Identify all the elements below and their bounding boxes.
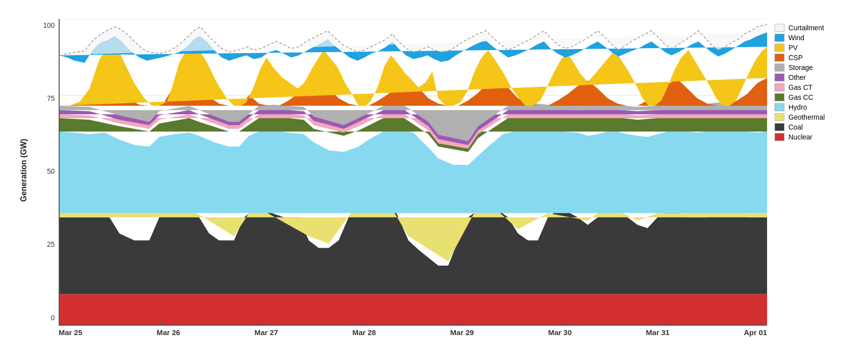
gasct-label: Gas CT [788, 83, 812, 91]
curtailment-label: Curtailment [788, 24, 824, 32]
legend-item-csp: CSP [775, 54, 852, 62]
legend-item-pv: PV [775, 44, 852, 52]
x-tick-mar25: Mar 25 [59, 328, 83, 337]
chart-area: Generation (GW) 100 75 50 25 0 [16, 19, 767, 337]
x-tick-mar26: Mar 26 [157, 328, 180, 337]
coal-swatch [775, 123, 784, 131]
wind-swatch [775, 34, 784, 42]
csp-label: CSP [788, 54, 803, 62]
pv-swatch [775, 44, 784, 52]
x-tick-mar29: Mar 29 [450, 328, 474, 337]
wind-label: Wind [788, 34, 804, 42]
curtailment-swatch [775, 24, 784, 32]
y-tick-25: 25 [47, 240, 55, 248]
legend-item-other: Other [775, 73, 852, 81]
nuclear-label: Nuclear [788, 133, 812, 141]
legend-item-nuclear: Nuclear [775, 133, 852, 141]
chart-container: Generation (GW) 100 75 50 25 0 [11, 9, 857, 342]
hydro-label: Hydro [788, 103, 807, 111]
y-tick-100: 100 [43, 21, 55, 29]
x-tick-mar28: Mar 28 [352, 328, 376, 337]
geothermal-label: Geothermal [788, 113, 825, 121]
chart-svg [60, 19, 767, 325]
csp-swatch [775, 54, 784, 62]
chart-plot [59, 19, 767, 326]
x-tick-mar30: Mar 30 [548, 328, 572, 337]
y-axis: 100 75 50 25 0 [31, 19, 59, 337]
y-tick-0: 0 [51, 314, 55, 322]
gascc-swatch [775, 93, 784, 101]
nuclear-area [60, 294, 767, 325]
legend-item-geothermal: Geothermal [775, 113, 852, 121]
gasct-swatch [775, 83, 784, 91]
legend-item-wind: Wind [775, 34, 852, 42]
legend-item-storage: Storage [775, 64, 852, 71]
legend-item-gasct: Gas CT [775, 83, 852, 91]
x-axis: Mar 25 Mar 26 Mar 27 Mar 28 Mar 29 Mar 3… [59, 328, 767, 337]
legend-item-curtailment: Curtailment [775, 24, 852, 32]
legend-item-coal: Coal [775, 123, 852, 131]
coal-label: Coal [788, 123, 803, 131]
y-tick-50: 50 [47, 167, 55, 175]
hydro-swatch [775, 103, 784, 111]
storage-swatch [775, 64, 784, 71]
x-tick-mar27: Mar 27 [255, 328, 278, 337]
x-tick-mar31: Mar 31 [646, 328, 670, 337]
storage-label: Storage [788, 64, 813, 71]
geothermal-swatch [775, 113, 784, 121]
legend-item-gascc: Gas CC [775, 93, 852, 101]
other-label: Other [788, 73, 806, 81]
legend: Curtailment Wind PV CSP Storage Other Ga… [767, 19, 852, 337]
hydro-area [60, 129, 767, 213]
y-axis-label: Generation (GW) [19, 121, 28, 220]
pv-label: PV [788, 44, 798, 52]
other-swatch [775, 73, 784, 81]
x-tick-apr01: Apr 01 [744, 328, 767, 337]
legend-item-hydro: Hydro [775, 103, 852, 111]
y-tick-75: 75 [47, 94, 55, 102]
nuclear-swatch [775, 133, 784, 141]
gascc-label: Gas CC [788, 93, 813, 101]
